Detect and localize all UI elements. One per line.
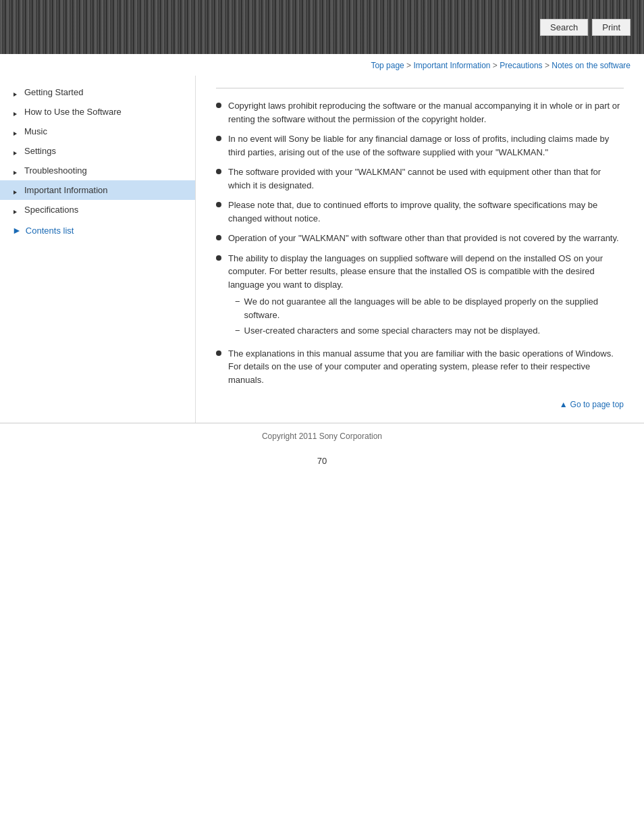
sub-list-6: − We do not guarantee all the languages … bbox=[235, 295, 624, 338]
bullet-dot-6 bbox=[216, 255, 221, 261]
bullet-dot-1 bbox=[216, 103, 221, 108]
bullet-text-5: Operation of your "WALKMAN" with softwar… bbox=[228, 232, 624, 245]
breadcrumb-notes-on-software[interactable]: Notes on the software bbox=[552, 61, 630, 70]
bullet-item-5: Operation of your "WALKMAN" with softwar… bbox=[216, 232, 624, 245]
svg-marker-1 bbox=[14, 112, 17, 116]
sidebar-item-specifications[interactable]: Specifications bbox=[0, 200, 195, 219]
svg-marker-0 bbox=[14, 93, 17, 97]
svg-marker-4 bbox=[14, 171, 17, 175]
bullet-item-3: The software provided with your "WALKMAN… bbox=[216, 165, 624, 192]
sidebar-item-getting-started[interactable]: Getting Started bbox=[0, 82, 195, 102]
bullet-text-6: The ability to display the languages on … bbox=[228, 252, 624, 340]
content-divider-top bbox=[216, 88, 624, 88]
sidebar-item-settings[interactable]: Settings bbox=[0, 141, 195, 161]
bullet-dot-3 bbox=[216, 169, 221, 174]
bullet-dot-7 bbox=[216, 350, 221, 356]
bullet-item-2: In no event will Sony be liable for any … bbox=[216, 132, 624, 159]
bullet-item-4: Please note that, due to continued effor… bbox=[216, 199, 624, 225]
notes-bullet-list: Copyright laws prohibit reproducing the … bbox=[216, 99, 624, 386]
arrow-icon-settings bbox=[12, 148, 19, 155]
svg-marker-5 bbox=[14, 190, 17, 194]
arrow-icon-how-to-use bbox=[12, 109, 19, 115]
arrow-icon-getting-started bbox=[12, 89, 19, 96]
header: Search Print bbox=[0, 0, 644, 54]
bullet-text-4: Please note that, due to continued effor… bbox=[228, 199, 624, 225]
sub-dash-6-1: − bbox=[235, 295, 240, 309]
sub-item-6-2: − User-created characters and some speci… bbox=[235, 324, 624, 338]
go-to-top-link[interactable]: ▲Go to page top bbox=[560, 400, 624, 409]
bullet-text-7: The explanations in this manual assume t… bbox=[228, 347, 624, 387]
svg-marker-3 bbox=[14, 151, 17, 155]
footer: Copyright 2011 Sony Corporation bbox=[0, 423, 644, 449]
breadcrumb-top-page[interactable]: Top page bbox=[371, 61, 404, 70]
bullet-dot-4 bbox=[216, 202, 221, 207]
svg-marker-6 bbox=[14, 210, 17, 214]
bullet-item-1: Copyright laws prohibit reproducing the … bbox=[216, 99, 624, 126]
bullet-text-1: Copyright laws prohibit reproducing the … bbox=[228, 99, 624, 126]
bullet-dot-2 bbox=[216, 136, 221, 141]
sidebar-item-important-information[interactable]: Important Information bbox=[0, 180, 195, 200]
bullet-dot-5 bbox=[216, 235, 221, 240]
bullet-item-7: The explanations in this manual assume t… bbox=[216, 347, 624, 387]
arrow-icon-music bbox=[12, 128, 19, 135]
bullet-text-3: The software provided with your "WALKMAN… bbox=[228, 165, 624, 192]
bullet-item-6: The ability to display the languages on … bbox=[216, 252, 624, 340]
sidebar-item-music[interactable]: Music bbox=[0, 122, 195, 141]
main-layout: Getting Started How to Use the Software … bbox=[0, 76, 644, 423]
breadcrumb: Top page > Important Information > Preca… bbox=[0, 54, 644, 76]
contents-list-arrow-icon: ► bbox=[12, 225, 22, 236]
bullet-text-2: In no event will Sony be liable for any … bbox=[228, 132, 624, 159]
arrow-icon-important-information bbox=[12, 187, 19, 194]
triangle-up-icon: ▲ bbox=[560, 400, 568, 409]
content-area: Copyright laws prohibit reproducing the … bbox=[196, 76, 644, 423]
sidebar-item-troubleshooting[interactable]: Troubleshooting bbox=[0, 161, 195, 180]
contents-list-link[interactable]: ► Contents list bbox=[0, 219, 195, 241]
breadcrumb-important-information[interactable]: Important Information bbox=[413, 61, 490, 70]
svg-marker-2 bbox=[14, 132, 17, 136]
page-number: 70 bbox=[0, 449, 644, 473]
copyright-text: Copyright 2011 Sony Corporation bbox=[262, 432, 382, 441]
sub-item-6-1: − We do not guarantee all the languages … bbox=[235, 295, 624, 321]
sub-dash-6-2: − bbox=[235, 324, 240, 338]
arrow-icon-specifications bbox=[12, 207, 19, 213]
arrow-icon-troubleshooting bbox=[12, 167, 19, 174]
search-button[interactable]: Search bbox=[540, 19, 588, 36]
breadcrumb-precautions[interactable]: Precautions bbox=[500, 61, 542, 70]
print-button[interactable]: Print bbox=[592, 19, 630, 36]
sidebar-item-how-to-use[interactable]: How to Use the Software bbox=[0, 102, 195, 122]
sidebar: Getting Started How to Use the Software … bbox=[0, 76, 196, 423]
go-to-page-top: ▲Go to page top bbox=[216, 400, 624, 409]
